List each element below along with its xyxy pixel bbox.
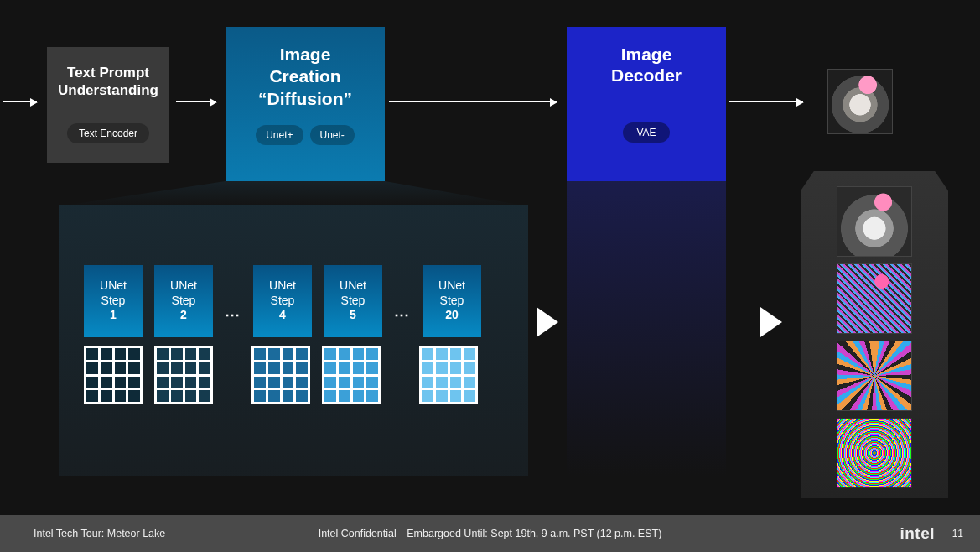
unet-step-num: 20 — [445, 308, 459, 321]
stage1-pill: Text Encoder — [67, 123, 149, 143]
stage2-title: Image Creation “Diffusion” — [232, 44, 378, 110]
unet-step-word: Step — [101, 294, 126, 307]
unet-label: UNet — [438, 279, 465, 292]
ellipsis-icon: ⋯ — [225, 305, 241, 324]
latent-grid-4 — [251, 346, 310, 404]
stage-decoder: Image Decoder VAE — [567, 27, 726, 181]
footer-bar: Intel Tech Tour: Meteor Lake Intel Confi… — [0, 515, 980, 552]
unet-step-word: Step — [341, 294, 366, 307]
stage3-pill: VAE — [623, 122, 669, 143]
unet-steps-row: UNet Step 1 UNet Step 2 ⋯ UNet Step 4 UN… — [84, 265, 481, 337]
intel-logo: intel — [900, 524, 935, 543]
stage3-title-line1: Image — [621, 44, 672, 64]
unet-step-num: 2 — [180, 308, 187, 321]
stage2-title-line1: Image — [280, 44, 331, 64]
stage3-title-line2: Decoder — [611, 65, 682, 85]
arrow-into-stage-1 — [3, 101, 37, 102]
stage2-title-line3: “Diffusion” — [258, 89, 352, 108]
stage-text-encoder: Text Prompt Understanding Text Encoder — [47, 47, 169, 163]
arrow-to-output — [729, 101, 803, 102]
unet-step-num: 5 — [350, 308, 356, 321]
stage1-title: Text Prompt Understanding — [54, 64, 163, 100]
arrow-to-stage-3 — [389, 101, 557, 102]
latent-grid-5 — [322, 346, 381, 404]
denoise-image-mild-noise — [837, 263, 912, 334]
unet-step-5: UNet Step 5 — [324, 265, 382, 337]
unet-label: UNet — [269, 279, 296, 292]
unet-label: UNet — [100, 279, 127, 292]
unet-step-num: 1 — [110, 308, 117, 321]
latent-grid-20 — [419, 346, 478, 404]
ellipsis-icon: ⋯ — [394, 305, 411, 324]
unet-label: UNet — [340, 279, 366, 292]
stage2-pill-unet-minus: Unet- — [310, 125, 355, 145]
denoise-image-heavy-noise — [837, 341, 912, 411]
latent-grids-row — [84, 346, 478, 404]
unet-step-20: UNet Step 20 — [423, 265, 481, 337]
play-icon — [537, 307, 558, 337]
unet-step-word: Step — [271, 294, 295, 307]
unet-label: UNet — [170, 279, 197, 292]
latent-grid-2 — [154, 346, 213, 404]
footer-center-text: Intel Confidential—Embargoed Until: Sept… — [319, 528, 662, 539]
stage2-pill-unet-plus: Unet+ — [256, 125, 303, 145]
unet-step-4: UNet Step 4 — [253, 265, 312, 337]
stage1-title-line1: Text Prompt — [67, 65, 149, 81]
stage3-title: Image Decoder — [573, 44, 719, 86]
output-image — [827, 69, 893, 134]
latent-grid-1 — [84, 346, 143, 404]
unet-detail-panel — [59, 205, 528, 476]
stage1-title-line2: Understanding — [58, 82, 158, 98]
decoder-shadow-panel — [567, 181, 726, 476]
arrow-to-stage-2 — [176, 101, 216, 102]
stage2-pill-row: Unet+ Unet- — [232, 125, 378, 145]
unet-step-word: Step — [172, 294, 196, 307]
denoise-image-pure-noise — [837, 418, 912, 488]
diffusion-expand-connector — [59, 181, 528, 206]
unet-step-num: 4 — [279, 308, 286, 321]
denoise-image-clear — [837, 186, 912, 257]
stage-diffusion: Image Creation “Diffusion” Unet+ Unet- — [226, 27, 385, 181]
unet-step-1: UNet Step 1 — [84, 265, 143, 337]
page-number: 11 — [952, 528, 963, 539]
play-icon — [760, 307, 782, 337]
unet-step-word: Step — [440, 294, 464, 307]
footer-left-text: Intel Tech Tour: Meteor Lake — [34, 528, 165, 539]
denoising-images-column — [801, 171, 948, 498]
stage2-title-line2: Creation — [269, 66, 340, 86]
unet-step-2: UNet Step 2 — [154, 265, 213, 337]
